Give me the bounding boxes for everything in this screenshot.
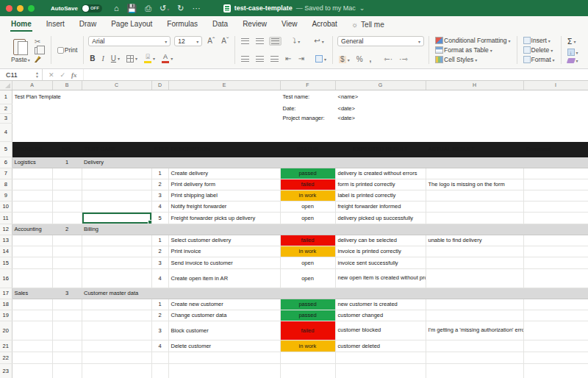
actual-result-cell[interactable] [426,246,523,257]
cell[interactable] [523,246,588,257]
cell-styles-button[interactable]: Cell Styles▾ [434,55,512,64]
cell[interactable] [82,352,151,363]
cell[interactable] [82,168,151,179]
actual-result-cell[interactable] [426,299,523,310]
no-cell[interactable]: 2 [52,224,82,235]
expected-result-cell[interactable]: invoice is printed correctly [335,246,426,257]
cell[interactable] [168,363,280,378]
cell[interactable] [12,352,52,363]
table-header-cell[interactable]: STEP [151,141,168,157]
cell[interactable] [151,288,588,299]
cell[interactable] [52,201,82,212]
table-header-cell[interactable]: PROCESS [12,141,52,157]
cell[interactable] [523,179,588,190]
cell[interactable] [523,104,588,113]
tab-data[interactable]: Data [212,17,229,32]
cell[interactable] [335,363,426,378]
row-number[interactable]: 19 [0,310,12,321]
cell[interactable]: Date: [280,104,335,113]
tab-review[interactable]: Review [242,17,268,32]
test-case-cell[interactable]: Delivery [82,157,151,168]
cell[interactable] [12,201,52,212]
cell[interactable] [12,246,52,257]
sheet-title[interactable]: Test Plan Template [12,90,280,104]
cell[interactable] [12,113,280,123]
cell[interactable] [151,363,168,378]
cell[interactable] [523,168,588,179]
status-cell[interactable]: in work [280,190,335,201]
clear-button[interactable]: ▾ [566,57,580,64]
cell[interactable] [151,224,588,235]
cell[interactable]: Print shipping label [168,190,280,201]
cell[interactable] [52,235,82,246]
table-header-cell[interactable]: EXPECTED RESULT [335,141,426,157]
expected-result-cell[interactable]: new customer is created [335,299,426,310]
expected-result-cell[interactable]: freight forwarder informed [335,201,426,212]
formula-input[interactable] [84,69,588,80]
cell[interactable]: Select customer delivery [168,235,280,246]
no-cell[interactable]: 3 [52,288,82,299]
column-header-f[interactable]: F [280,81,335,90]
cell[interactable] [82,310,151,321]
cell[interactable] [523,113,588,123]
cell[interactable] [426,113,523,123]
cell[interactable]: Send invoice to customer [168,257,280,268]
cell[interactable] [82,179,151,190]
cell[interactable] [12,310,52,321]
cell[interactable] [52,212,82,224]
home-icon[interactable]: ⌂ [114,4,119,13]
cell[interactable] [82,268,151,288]
cell[interactable]: Create new customer [168,299,280,310]
status-cell[interactable]: in work [280,246,335,257]
cell[interactable] [151,157,588,168]
cell[interactable] [280,352,335,363]
cell[interactable] [523,321,588,340]
cell[interactable]: <name> [335,90,426,104]
actual-result-cell[interactable] [426,268,523,288]
status-cell[interactable]: open [280,257,335,268]
cell[interactable] [523,201,588,212]
tell-me-control[interactable]: ☼ Tell me [351,21,384,29]
tab-view[interactable]: View [281,17,298,32]
row-number[interactable]: 20 [0,321,12,340]
cell[interactable] [523,352,588,363]
table-header-cell[interactable]: Comment [523,141,588,157]
cell[interactable]: Create open item in AR [168,268,280,288]
cell[interactable] [523,257,588,268]
paste-button[interactable]: Paste▾ [8,38,33,63]
close-window-button[interactable] [6,5,12,12]
cell[interactable]: 4 [151,268,168,288]
row-number[interactable]: 5 [0,141,12,157]
underline-button[interactable]: U▾ [110,54,121,63]
process-cell[interactable]: Logistics [12,157,52,168]
cell[interactable] [52,179,82,190]
test-case-cell[interactable]: Billing [82,224,151,235]
column-header-d[interactable]: D [151,81,168,90]
cell[interactable] [12,257,52,268]
cell[interactable] [82,257,151,268]
cell[interactable] [12,299,52,310]
actual-result-cell[interactable] [426,310,523,321]
expected-result-cell[interactable]: delivery picked up successfully [335,212,426,224]
tab-draw[interactable]: Draw [79,17,97,32]
cell[interactable] [523,299,588,310]
cell[interactable]: 2 [151,310,168,321]
select-all-corner[interactable] [0,81,12,90]
orientation-button[interactable]: ⤵▾ [291,37,301,46]
format-painter-button[interactable] [33,55,46,63]
column-header-a[interactable]: A [12,81,52,90]
column-header-e[interactable]: E [168,81,280,90]
row-number[interactable]: 1 [0,90,12,104]
process-cell[interactable]: Sales [12,288,52,299]
format-as-table-button[interactable]: Format as Table▾ [434,46,512,54]
cell[interactable] [523,363,588,378]
italic-button[interactable]: I [101,54,106,63]
column-header-g[interactable]: G [335,81,426,90]
expected-result-cell[interactable]: invoice sent successfully [335,257,426,268]
cell[interactable]: 3 [151,257,168,268]
cell[interactable] [12,179,52,190]
cell[interactable] [280,363,335,378]
no-cell[interactable]: 1 [52,157,82,168]
expected-result-cell[interactable]: customer deleted [335,340,426,352]
tab-page-layout[interactable]: Page Layout [110,17,153,32]
